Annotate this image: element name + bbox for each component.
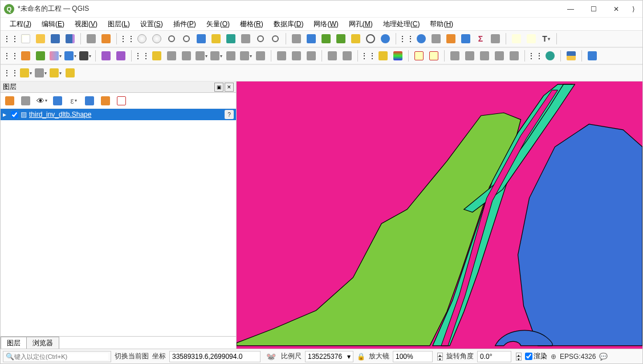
- menu-网孔[interactable]: 网孔(M): [345, 18, 376, 30]
- zoom-in-button[interactable]: [165, 32, 178, 46]
- add-group-button[interactable]: [19, 94, 32, 108]
- measure-button[interactable]: [489, 32, 502, 46]
- layer-visibility-checkbox[interactable]: [11, 111, 18, 118]
- zoom-out-button[interactable]: [180, 32, 193, 46]
- pan-selection-button[interactable]: [150, 32, 164, 46]
- identify-button[interactable]: [414, 32, 428, 46]
- toolbox-button[interactable]: [459, 32, 473, 46]
- grip-icon[interactable]: ⋮⋮: [4, 49, 18, 63]
- visibility-button[interactable]: 👁: [35, 94, 48, 108]
- invert-select-button[interactable]: [63, 66, 77, 80]
- grip-icon[interactable]: ⋮⋮: [135, 49, 149, 63]
- crs-label[interactable]: EPSG:4326: [560, 353, 596, 361]
- rotation-field[interactable]: 0.0°: [477, 351, 511, 362]
- new-map-view-button[interactable]: [290, 32, 303, 46]
- rotation-spinner[interactable]: ▴▾: [516, 353, 522, 361]
- save-as-button[interactable]: [63, 32, 77, 46]
- filter-legend-button[interactable]: [51, 94, 64, 108]
- data-source-manager-button[interactable]: [19, 49, 32, 63]
- grip-icon[interactable]: ⋮⋮: [400, 32, 413, 46]
- layer-style-button[interactable]: [3, 94, 17, 108]
- layers-tree[interactable]: ▸ ▨ third_inv_dltb.Shape ?: [1, 109, 236, 336]
- messages-icon[interactable]: 💬: [599, 353, 608, 361]
- toggle-editing-button[interactable]: [150, 49, 164, 63]
- menu-数据库[interactable]: 数据库(D): [270, 18, 307, 30]
- field-calc-button[interactable]: [444, 32, 458, 46]
- locator-input[interactable]: [14, 353, 108, 360]
- maptips-button[interactable]: [510, 32, 523, 46]
- menu-图层[interactable]: 图层(L): [104, 18, 133, 30]
- magnifier-field[interactable]: 100%: [393, 351, 433, 362]
- move-feature-button[interactable]: [209, 49, 223, 63]
- menu-设置[interactable]: 设置(S): [137, 18, 166, 30]
- tab-browser[interactable]: 浏览器: [26, 337, 59, 349]
- copy-button[interactable]: [290, 49, 303, 63]
- lock-scale-icon[interactable]: 🔒: [357, 353, 365, 361]
- cut-button[interactable]: [275, 49, 288, 63]
- new-project-button[interactable]: [19, 32, 32, 46]
- temporal-button[interactable]: [349, 32, 363, 46]
- menu-帮助[interactable]: 帮助(H): [426, 18, 457, 30]
- scale-field[interactable]: 135225376▾: [305, 351, 353, 362]
- vertex-tool-button[interactable]: [224, 49, 238, 63]
- text-annotation-button[interactable]: T: [539, 32, 553, 46]
- menu-地理处理[interactable]: 地理处理(C): [380, 18, 424, 30]
- more-icon[interactable]: ⟩: [628, 1, 639, 17]
- label-settings-button[interactable]: [427, 49, 441, 63]
- menu-网络[interactable]: 网络(W): [310, 18, 341, 30]
- close-button[interactable]: ✕: [605, 1, 628, 17]
- tab-layers[interactable]: 图层: [1, 337, 27, 349]
- show-label-button[interactable]: [478, 49, 491, 63]
- maximize-button[interactable]: ☐: [582, 1, 605, 17]
- move-label-button[interactable]: [448, 49, 462, 63]
- expand-all-button[interactable]: [83, 94, 96, 108]
- attribute-table-button[interactable]: [429, 32, 443, 46]
- minimize-button[interactable]: —: [559, 1, 582, 17]
- menu-栅格[interactable]: 栅格(R): [237, 18, 267, 30]
- toggle-view-label[interactable]: 切换当前图: [115, 351, 149, 361]
- label-highlight-button[interactable]: [412, 49, 426, 63]
- virtual-layer-button[interactable]: [99, 49, 113, 63]
- menu-视图[interactable]: 视图(V): [71, 18, 101, 30]
- locator-search[interactable]: 🔍: [3, 351, 111, 362]
- zoom-layer-button[interactable]: [224, 32, 238, 46]
- digitize-button[interactable]: [194, 49, 208, 63]
- add-raster-button[interactable]: [63, 49, 77, 63]
- new-geopackage-button[interactable]: [34, 49, 47, 63]
- style-manager-button[interactable]: [99, 32, 113, 46]
- refresh-button[interactable]: [379, 32, 392, 46]
- zoom-next-button[interactable]: [268, 32, 282, 46]
- rotate-label-button[interactable]: [463, 49, 477, 63]
- grip-icon[interactable]: ⋮⋮: [4, 66, 18, 80]
- menu-矢量[interactable]: 矢量(O): [203, 18, 233, 30]
- zoom-native-button[interactable]: [239, 32, 253, 46]
- map-canvas[interactable]: [237, 81, 642, 349]
- undo-button[interactable]: [325, 49, 339, 63]
- add-mesh-button[interactable]: [78, 49, 92, 63]
- grip-icon[interactable]: ⋮⋮: [4, 32, 18, 46]
- select-features-button[interactable]: [19, 66, 32, 80]
- coordinate-field[interactable]: 33589319.6,2699094.0: [169, 351, 261, 362]
- panel-close-button[interactable]: ✕: [225, 83, 234, 92]
- zoom-last-button[interactable]: [254, 32, 267, 46]
- zoom-selection-button[interactable]: [209, 32, 223, 46]
- expression-filter-button[interactable]: ε: [67, 94, 80, 108]
- bookmark-button[interactable]: [319, 32, 333, 46]
- pin-label-button[interactable]: [493, 49, 506, 63]
- wms-button[interactable]: [114, 49, 128, 63]
- layer-row[interactable]: ▸ ▨ third_inv_dltb.Shape ?: [1, 109, 236, 120]
- new-3d-button[interactable]: [304, 32, 318, 46]
- pan-button[interactable]: [135, 32, 149, 46]
- label-button[interactable]: [376, 49, 390, 63]
- grip-icon[interactable]: ⋮⋮: [528, 49, 542, 63]
- expand-arrow-icon[interactable]: ▸: [3, 111, 9, 118]
- modify-button[interactable]: [239, 49, 253, 63]
- paste-button[interactable]: [304, 49, 318, 63]
- time-button[interactable]: [364, 32, 377, 46]
- grip-icon[interactable]: ⋮⋮: [361, 49, 375, 63]
- plugin-globe-button[interactable]: [543, 49, 557, 63]
- stats-button[interactable]: Σ: [474, 32, 487, 46]
- layout-manager-button[interactable]: [84, 32, 98, 46]
- panel-undock-button[interactable]: ▣: [214, 83, 223, 92]
- collapse-all-button[interactable]: [99, 94, 112, 108]
